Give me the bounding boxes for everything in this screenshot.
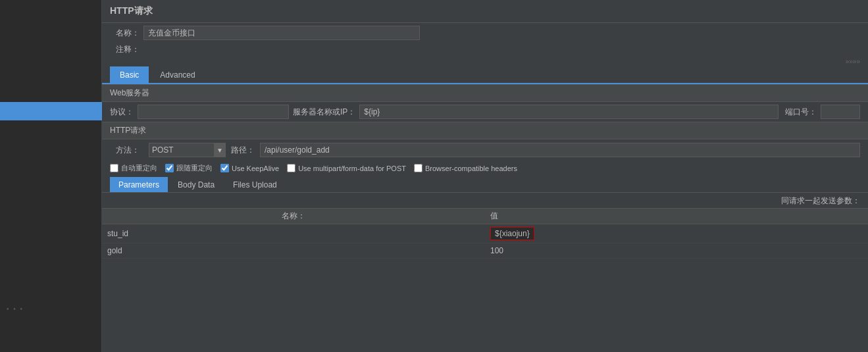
- tab-basic[interactable]: Basic: [110, 66, 149, 83]
- inner-tab-body-data[interactable]: Body Data: [169, 177, 223, 192]
- checkbox-multipart[interactable]: Use multipart/form-data for POST: [287, 164, 406, 172]
- browser-compat-label: Browser-compatible headers: [425, 164, 517, 172]
- path-label: 路径：: [231, 145, 255, 156]
- method-select-wrapper: POST GET PUT DELETE PATCH HEAD OPTIONS ▼: [149, 143, 226, 157]
- main-tabs-bar: Basic Advanced: [102, 66, 868, 84]
- params-table-header: 名称： 值: [102, 209, 868, 224]
- param-value-0: ${xiaojun}: [485, 224, 868, 243]
- sidebar-dots: • • •: [7, 305, 24, 313]
- checkbox-follow-redirect[interactable]: 跟随重定向: [165, 163, 213, 173]
- comment-label: 注释：: [110, 44, 140, 55]
- scroll-indicator: »»»»: [102, 57, 868, 66]
- port-label: 端口号：: [785, 107, 817, 118]
- http-request-section-title: HTTP请求: [102, 122, 868, 139]
- main-content: HTTP请求 名称： 注释： »»»» Basic Advanced Web服务…: [102, 0, 868, 352]
- param-value-1: 100: [485, 243, 868, 259]
- path-input[interactable]: [260, 143, 860, 157]
- sidebar-selected-item: [0, 102, 102, 120]
- params-table-body: stu_id ${xiaojun} gold 100: [102, 224, 868, 259]
- checkbox-browser-compat[interactable]: Browser-compatible headers: [414, 164, 517, 172]
- inner-tab-files-upload[interactable]: Files Upload: [224, 177, 286, 192]
- keepalive-checkbox[interactable]: [220, 164, 229, 172]
- auto-redirect-checkbox[interactable]: [110, 164, 118, 172]
- protocol-label: 协议：: [110, 107, 134, 118]
- follow-redirect-checkbox[interactable]: [165, 164, 174, 172]
- http-request-title: HTTP请求: [102, 0, 868, 23]
- server-name-input[interactable]: [359, 105, 779, 119]
- param-row-0: stu_id ${xiaojun}: [102, 224, 868, 243]
- checkbox-keepalive[interactable]: Use KeepAlive: [220, 164, 279, 172]
- protocol-input[interactable]: [138, 105, 289, 119]
- server-name-label: 服务器名称或IP：: [293, 107, 355, 118]
- comment-row: 注释：: [102, 43, 868, 57]
- follow-redirect-label: 跟随重定向: [176, 163, 213, 173]
- param-name-1: gold: [102, 243, 485, 259]
- method-row: 方法： POST GET PUT DELETE PATCH HEAD OPTIO…: [102, 139, 868, 161]
- param-name-0: stu_id: [102, 224, 485, 243]
- together-label-row: 同请求一起发送参数：: [102, 193, 868, 208]
- port-input[interactable]: [821, 105, 860, 119]
- browser-compat-checkbox[interactable]: [414, 164, 422, 172]
- keepalive-label: Use KeepAlive: [232, 164, 279, 172]
- method-label: 方法：: [110, 145, 140, 156]
- params-table: 名称： 值 stu_id ${xiaojun} gold 100: [102, 208, 868, 259]
- left-sidebar: • • •: [0, 0, 102, 352]
- auto-redirect-label: 自动重定向: [121, 163, 157, 173]
- name-label: 名称：: [110, 28, 140, 39]
- col-value-header: 值: [485, 209, 868, 224]
- col-name-header: 名称：: [102, 209, 485, 224]
- multipart-checkbox[interactable]: [287, 164, 295, 172]
- web-server-section-title: Web服务器: [102, 84, 868, 102]
- method-select-arrow[interactable]: ▼: [214, 143, 226, 157]
- param-row-1: gold 100: [102, 243, 868, 259]
- checkboxes-row: 自动重定向 跟随重定向 Use KeepAlive Use multipart/…: [102, 161, 868, 176]
- param-value-highlighted-0: ${xiaojun}: [490, 227, 534, 240]
- multipart-label: Use multipart/form-data for POST: [298, 164, 406, 172]
- name-row: 名称：: [102, 23, 868, 43]
- tab-advanced[interactable]: Advanced: [150, 66, 205, 83]
- server-row: 协议： 服务器名称或IP： 端口号：: [102, 102, 868, 122]
- method-select[interactable]: POST GET PUT DELETE PATCH HEAD OPTIONS: [149, 143, 215, 157]
- inner-tabs-bar: Parameters Body Data Files Upload: [102, 177, 868, 193]
- inner-tab-parameters[interactable]: Parameters: [110, 177, 168, 192]
- checkbox-auto-redirect[interactable]: 自动重定向: [110, 163, 157, 173]
- together-label: 同请求一起发送参数：: [781, 196, 860, 205]
- name-input[interactable]: [143, 26, 420, 40]
